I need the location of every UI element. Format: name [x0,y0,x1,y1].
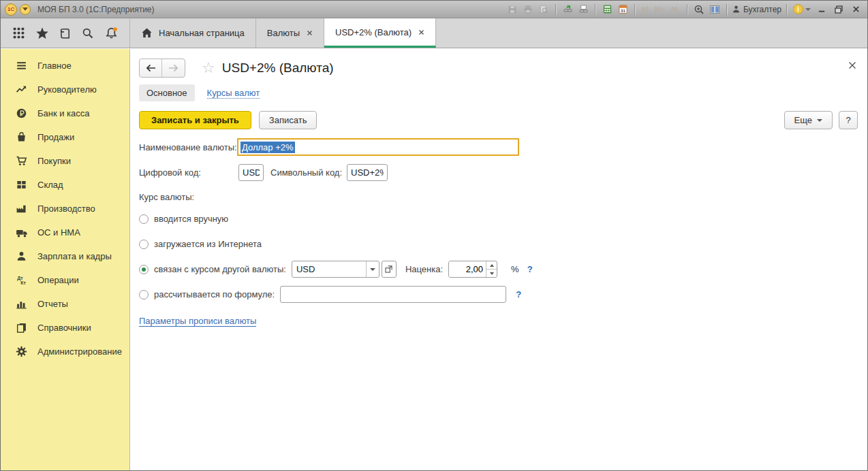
go-to-link-icon[interactable] [576,3,590,16]
help-button[interactable]: ? [839,111,858,129]
forward-button[interactable] [162,59,185,77]
menu-icon [15,59,28,72]
sidebar-item-label: Зарплата и кадры [37,251,112,261]
nav-tab-main[interactable]: Основное [139,84,195,101]
numeric-code-input[interactable] [238,164,264,181]
radio-load-from-internet[interactable] [139,240,149,249]
tab-label: USD+2% (Валюта) [335,27,412,37]
close-window-button[interactable] [848,3,863,16]
sidebar-item-warehouse[interactable]: Склад [1,173,129,197]
app-window: 1С МОЯ БП 3.0 (1С:Предприятие) [0,0,868,471]
memory-m-minus-button[interactable]: M- [669,5,682,14]
save-icon[interactable] [506,3,519,16]
memory-m-button[interactable]: M [640,5,650,14]
markup-help-link[interactable]: ? [527,264,533,274]
trend-icon [15,83,28,96]
notifications-bell-icon[interactable] [103,25,119,42]
sidebar-item-operations[interactable]: ДтКт Операции [1,268,129,292]
combobox-value: USD [292,261,366,277]
tab-close-icon[interactable] [418,29,424,35]
sidebar-item-reports[interactable]: Отчеты [1,292,129,316]
sidebar-item-label: ОС и НМА [37,227,80,238]
memory-m-plus-button[interactable]: M+ [652,5,667,14]
tab-currencies[interactable]: Валюты [256,18,324,48]
base-currency-combobox[interactable]: USD [292,261,379,278]
sidebar-item-directories[interactable]: Справочники [1,316,129,340]
radio-calculated-by-formula[interactable] [139,290,149,299]
sidebar-item-manager[interactable]: Руководителю [1,78,129,101]
selected-text: Доллар +2% [241,142,295,153]
radio-formula-label[interactable]: рассчитывается по формуле: [154,289,275,299]
1c-logo-icon[interactable]: 1С [5,3,17,16]
minimize-button[interactable] [814,3,829,16]
tab-close-icon[interactable] [307,30,313,36]
main-menu-button[interactable] [20,4,31,15]
currency-spelling-params-link[interactable]: Параметры прописи валюты [139,316,256,327]
form-close-button[interactable] [848,60,856,72]
form-area: ☆ USD+2% (Валюта) Основное Курсы валют З… [131,49,867,470]
separator [595,4,595,15]
sidebar-item-administration[interactable]: Администрирование [1,340,129,363]
percent-sign: % [511,264,519,274]
calculator-icon[interactable] [600,3,614,16]
sidebar-item-production[interactable]: Производство [1,197,129,221]
formula-help-link[interactable]: ? [516,289,521,299]
gear-icon [15,345,28,358]
info-icon: i [793,4,803,14]
sidebar-item-salary-hr[interactable]: Зарплата и кадры [1,244,129,268]
print-icon[interactable] [521,3,535,16]
all-functions-grid-icon[interactable] [11,25,27,42]
formula-input[interactable] [280,286,506,303]
save-and-close-button[interactable]: Записать и закрыть [139,111,251,129]
open-currency-button[interactable] [382,261,397,278]
zoom-in-icon[interactable] [692,3,706,16]
sidebar-item-label: Отчеты [37,299,68,309]
favorite-star-icon[interactable]: ☆ [202,59,215,77]
tab-usd-currency[interactable]: USD+2% (Валюта) [324,18,436,48]
get-link-icon[interactable] [561,3,574,16]
separator [726,4,727,15]
current-user[interactable]: Бухгалтер [732,5,781,14]
sidebar-item-label: Склад [37,180,63,190]
symbolic-code-input[interactable] [347,164,388,181]
sidebar-item-purchases[interactable]: Покупки [1,149,129,173]
restore-button[interactable] [831,3,846,16]
sidebar-item-sales[interactable]: Продажи [1,125,129,149]
numeric-code-label: Цифровой код: [139,167,238,178]
sidebar-item-bank-cash[interactable]: Банк и касса [1,101,129,125]
sidebar-item-main[interactable]: Главное [1,54,129,78]
split-view-icon[interactable] [708,3,722,16]
more-button[interactable]: Еще [784,111,833,129]
combobox-dropdown-button[interactable] [366,261,379,277]
back-button[interactable] [140,59,162,77]
name-field-label: Наименование валюты: [139,142,237,152]
search-icon[interactable] [80,25,96,42]
radio-linked-label[interactable]: связан с курсом другой валюты: [154,264,286,274]
titlebar-toolbar: 31 M M+ M- Бухгалтер i [506,3,863,16]
nav-link-exchange-rates[interactable]: Курсы валют [207,88,260,99]
service-info-button[interactable]: i [792,3,812,16]
currency-name-input[interactable]: Доллар +2% [237,138,519,156]
factory-icon [15,202,28,215]
window-title: МОЯ БП 3.0 (1С:Предприятие) [37,5,155,14]
markup-input[interactable] [449,261,486,277]
page-title: USD+2% (Валюта) [222,61,334,76]
triangle-down-icon [490,272,494,275]
radio-manual-label[interactable]: вводится вручную [154,214,228,224]
favorites-star-icon[interactable] [34,25,50,42]
radio-linked-to-currency[interactable] [139,265,149,274]
sidebar-item-fixed-assets[interactable]: ОС и НМА [1,221,129,244]
radio-internet-label[interactable]: загружается из Интернета [154,239,262,249]
separator [555,4,556,15]
calendar-icon[interactable]: 31 [616,3,630,16]
radio-manual-entry[interactable] [139,214,149,224]
markup-numberbox [448,261,497,278]
markup-spinner [486,261,497,277]
spinner-up-button[interactable] [486,261,497,270]
spinner-down-button[interactable] [486,270,497,277]
chevron-down-icon [817,119,822,122]
save-button[interactable]: Записать [259,111,317,129]
tab-home[interactable]: Начальная страница [130,18,256,48]
history-icon[interactable] [57,25,73,42]
print-preview-icon[interactable] [537,3,551,16]
